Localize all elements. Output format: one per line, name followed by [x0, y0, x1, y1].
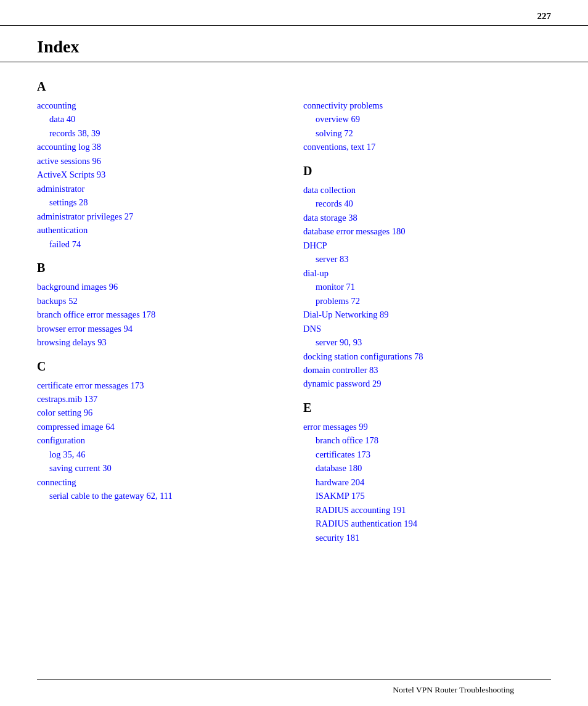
section-letter-d: D [303, 164, 551, 178]
entry-connecting[interactable]: connecting [37, 475, 285, 489]
entry-dial-up-networking[interactable]: Dial-Up Networking 89 [303, 308, 551, 321]
page-title: Index [0, 26, 588, 62]
entry-configuration[interactable]: configuration [37, 433, 285, 447]
entry-data-collection[interactable]: data collection [303, 183, 551, 197]
entry-accounting-log[interactable]: accounting log 38 [37, 140, 285, 154]
entry-administrator-privileges[interactable]: administrator privileges 27 [37, 210, 285, 223]
entry-authentication-failed[interactable]: failed 74 [37, 237, 285, 251]
entry-dial-up[interactable]: dial-up [303, 266, 551, 280]
entry-error-radius-accounting[interactable]: RADIUS accounting 191 [303, 503, 551, 517]
footer: Nortel VPN Router Troubleshooting [37, 679, 551, 695]
entry-dynamic-password[interactable]: dynamic password 29 [303, 377, 551, 390]
entry-dns[interactable]: DNS [303, 322, 551, 335]
entry-backups[interactable]: backups 52 [37, 294, 285, 308]
entry-data-collection-records[interactable]: records 40 [303, 197, 551, 210]
entry-compressed-image[interactable]: compressed image 64 [37, 420, 285, 433]
entry-connectivity-problems[interactable]: connectivity problems [303, 99, 551, 112]
entry-error-messages[interactable]: error messages 99 [303, 420, 551, 433]
entry-configuration-log[interactable]: log 35, 46 [37, 448, 285, 461]
section-letter-a: A [37, 80, 285, 94]
section-c: C certificate error messages 173 cestrap… [37, 359, 285, 503]
section-e: E error messages 99 branch office 178 ce… [303, 401, 551, 544]
entry-activex-scripts[interactable]: ActiveX Scripts 93 [37, 168, 285, 181]
section-d: D data collection records 40 data storag… [303, 164, 551, 391]
entry-domain-controller[interactable]: domain controller 83 [303, 363, 551, 377]
entry-error-branch-office[interactable]: branch office 178 [303, 433, 551, 447]
section-a: A accounting data 40 records 38, 39 acco… [37, 80, 285, 251]
entry-connectivity-overview[interactable]: overview 69 [303, 112, 551, 126]
entry-authentication[interactable]: authentication [37, 223, 285, 237]
section-letter-c: C [37, 359, 285, 374]
entry-administrator[interactable]: administrator [37, 182, 285, 195]
entry-color-setting[interactable]: color setting 96 [37, 406, 285, 419]
entry-connecting-serial-cable[interactable]: serial cable to the gateway 62, 111 [37, 489, 285, 503]
entry-accounting[interactable]: accounting [37, 99, 285, 112]
section-connectivity: A connectivity problems overview 69 solv… [303, 80, 551, 154]
entry-accounting-records[interactable]: records 38, 39 [37, 126, 285, 140]
section-b: B background images 96 backups 52 branch… [37, 261, 285, 349]
entry-connectivity-solving[interactable]: solving 72 [303, 126, 551, 140]
right-column: A connectivity problems overview 69 solv… [303, 77, 551, 554]
entry-accounting-data[interactable]: data 40 [37, 112, 285, 126]
entry-branch-office-error-messages[interactable]: branch office error messages 178 [37, 308, 285, 321]
entry-conventions-text[interactable]: conventions, text 17 [303, 140, 551, 154]
entry-database-error-messages[interactable]: database error messages 180 [303, 224, 551, 238]
entry-dhcp[interactable]: DHCP [303, 239, 551, 252]
section-letter-e: E [303, 401, 551, 415]
entry-configuration-saving-current[interactable]: saving current 30 [37, 461, 285, 475]
entry-data-storage[interactable]: data storage 38 [303, 211, 551, 224]
section-letter-b: B [37, 261, 285, 275]
entry-administrator-settings[interactable]: settings 28 [37, 195, 285, 209]
entry-browsing-delays[interactable]: browsing delays 93 [37, 335, 285, 349]
entry-certificate-error-messages[interactable]: certificate error messages 173 [37, 379, 285, 392]
entry-error-hardware[interactable]: hardware 204 [303, 475, 551, 489]
entry-dns-server[interactable]: server 90, 93 [303, 335, 551, 349]
entry-active-sessions[interactable]: active sessions 96 [37, 154, 285, 168]
entry-error-certificates[interactable]: certificates 173 [303, 448, 551, 461]
left-column: A accounting data 40 records 38, 39 acco… [37, 77, 303, 554]
entry-error-radius-authentication[interactable]: RADIUS authentication 194 [303, 517, 551, 530]
entry-error-database[interactable]: database 180 [303, 461, 551, 475]
entry-dhcp-server[interactable]: server 83 [303, 252, 551, 266]
entry-error-security[interactable]: security 181 [303, 531, 551, 544]
page-number: 227 [0, 0, 588, 26]
entry-dial-up-monitor[interactable]: monitor 71 [303, 280, 551, 293]
entry-error-isakmp[interactable]: ISAKMP 175 [303, 489, 551, 503]
entry-cestraps-mib[interactable]: cestraps.mib 137 [37, 392, 285, 406]
entry-docking-station[interactable]: docking station configurations 78 [303, 350, 551, 363]
entry-background-images[interactable]: background images 96 [37, 280, 285, 293]
content-area: A accounting data 40 records 38, 39 acco… [0, 62, 588, 567]
entry-dial-up-problems[interactable]: problems 72 [303, 294, 551, 308]
entry-browser-error-messages[interactable]: browser error messages 94 [37, 322, 285, 335]
